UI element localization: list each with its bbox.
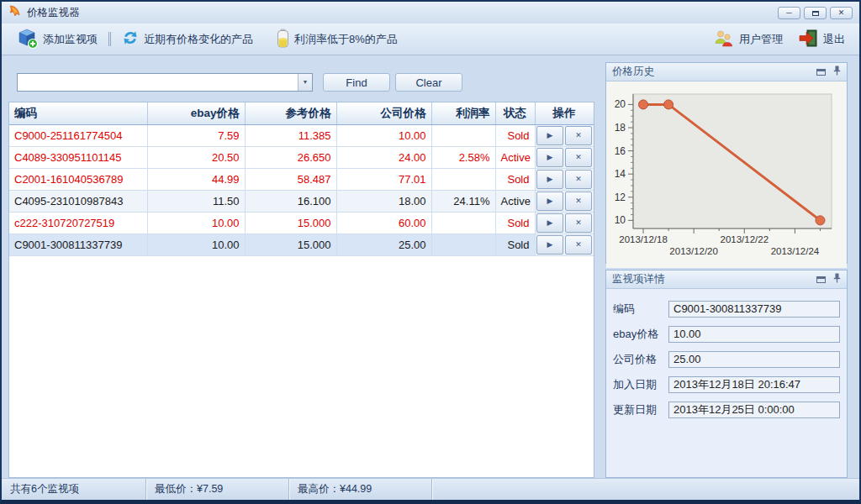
low-margin-button[interactable]: 利润率低于8%的产品 [271,27,404,52]
detail-field-label: 公司价格 [613,352,668,367]
search-input[interactable] [18,74,298,91]
search-combobox: ▼ [17,73,313,92]
cell-ref: 15.000 [245,234,336,255]
pin-icon[interactable] [833,273,841,286]
detail-field-value[interactable]: 2013年12月25日 0:00:00 [668,402,840,418]
svg-text:10: 10 [615,214,626,226]
panel-restore-icon[interactable] [816,276,826,283]
table-body: C9000-2511617745047.5911.38510.00Sold▶✕C… [9,124,594,255]
users-icon [713,29,734,50]
detail-field-value[interactable]: 25.00 [668,351,840,368]
cell-ebay: 10.00 [147,212,245,234]
monitor-details-header: 监视项详情 [606,270,847,289]
monitor-details-panel: 监视项详情 编码C9001-300811337739ebay价格10.00公司价… [605,270,848,478]
table-row[interactable]: C9000-2511617745047.5911.38510.00Sold▶✕ [9,124,594,146]
row-open-button[interactable]: ▶ [536,213,563,233]
detail-field-value[interactable]: C9001-300811337739 [668,301,840,318]
monitor-table: 编码ebay价格参考价格公司价格利润率状态操作 C9000-2511617745… [9,102,594,256]
cell-ref: 26.650 [245,146,336,168]
toolbar: 添加监视项 近期有价格变化的产品 利润率低于8%的产品 [2,24,859,55]
user-management-button[interactable]: 用户管理 [707,28,789,51]
cell-ebay: 7.59 [147,124,245,146]
row-open-button[interactable]: ▶ [536,126,563,145]
cell-ref: 11.385 [245,124,336,146]
column-header-4[interactable]: 利润率 [431,102,495,124]
row-open-button[interactable]: ▶ [536,170,563,189]
add-monitor-label: 添加监视项 [43,32,98,47]
row-open-button[interactable]: ▶ [536,148,563,167]
svg-text:18: 18 [615,122,626,134]
maximize-button[interactable] [804,7,827,19]
detail-field-value[interactable]: 10.00 [668,326,840,343]
app-icon [8,4,22,21]
find-button[interactable]: Find [323,73,390,92]
table-row[interactable]: C2001-16104053678944.9958.48777.01Sold▶✕ [9,168,594,190]
cell-operations: ▶✕ [535,212,594,234]
table-row[interactable]: c222-31072072751910.0015.00060.00Sold▶✕ [9,212,594,234]
table-row[interactable]: C4089-33095110114520.5026.65024.002.58%A… [9,146,594,168]
minimize-button[interactable]: ─ [778,7,800,19]
row-delete-button[interactable]: ✕ [565,126,592,145]
panel-restore-icon[interactable] [816,69,826,76]
column-header-2[interactable]: 参考价格 [245,102,336,124]
detail-field: 更新日期2013年12月25日 0:00:00 [613,402,840,418]
column-header-3[interactable]: 公司价格 [336,102,431,124]
cell-operations: ▶✕ [535,168,594,190]
cell-status: Sold [495,212,535,234]
cell-company: 77.01 [336,168,431,190]
main-content: ▼ Find Clear 编码ebay价格参考价格公司价格利润率状态操作 C90… [2,55,859,478]
exit-door-icon [798,29,818,50]
svg-text:16: 16 [615,145,626,157]
row-delete-button[interactable]: ✕ [565,235,592,255]
column-header-5[interactable]: 状态 [495,102,535,124]
row-delete-button[interactable]: ✕ [565,192,592,211]
add-monitor-button[interactable]: 添加监视项 [10,25,103,53]
row-open-button[interactable]: ▶ [536,192,563,211]
clear-button[interactable]: Clear [395,73,462,92]
recent-changes-button[interactable]: 近期有价格变化的产品 [116,28,259,50]
detail-field-label: 编码 [613,302,668,317]
column-header-1[interactable]: ebay价格 [147,102,245,124]
window-title: 价格监视器 [27,6,80,20]
detail-field: ebay价格10.00 [613,326,840,343]
recent-changes-label: 近期有价格变化的产品 [144,32,253,47]
titlebar: 价格监视器 ─ ✕ [2,2,859,24]
svg-text:2013/12/20: 2013/12/20 [669,246,718,256]
price-history-chart: 1012141618202013/12/182013/12/202013/12/… [606,81,847,268]
cell-status: Sold [495,168,535,190]
monitor-details-title: 监视项详情 [612,272,665,286]
row-delete-button[interactable]: ✕ [565,170,592,189]
chevron-down-icon[interactable]: ▼ [298,74,312,91]
cell-code: C9000-251161774504 [9,124,147,146]
status-spacer [432,479,859,500]
row-delete-button[interactable]: ✕ [565,213,592,233]
cell-company: 24.00 [336,146,431,168]
cell-code: c222-310720727519 [9,212,147,234]
pin-icon[interactable] [833,66,841,78]
cell-company: 10.00 [336,124,431,146]
column-header-6[interactable]: 操作 [535,102,594,124]
cell-margin [431,234,495,255]
low-margin-label: 利润率低于8%的产品 [294,32,398,47]
user-management-label: 用户管理 [739,32,783,47]
cell-operations: ▶✕ [535,146,594,168]
svg-text:12: 12 [615,192,626,203]
app-window: 价格监视器 ─ ✕ 添加监视项 [0,0,861,504]
cell-ebay: 44.99 [147,168,245,190]
close-icon: ✕ [838,8,845,17]
detail-field-value[interactable]: 2013年12月18日 20:16:47 [668,376,840,393]
svg-text:2013/12/18: 2013/12/18 [619,234,668,244]
table-row[interactable]: C4095-23101098784311.5016.10018.0024.11%… [9,190,594,212]
row-delete-button[interactable]: ✕ [565,148,592,167]
cell-ref: 16.100 [245,190,336,212]
exit-button[interactable]: 退出 [792,27,851,52]
cell-status: Active [495,190,535,212]
detail-field: 编码C9001-300811337739 [613,301,840,318]
column-header-0[interactable]: 编码 [9,102,147,124]
table-row[interactable]: C9001-30081133773910.0015.00025.00Sold▶✕ [9,234,594,255]
status-max-price: 最高价：¥44.99 [289,479,432,500]
close-button[interactable]: ✕ [830,7,853,19]
row-open-button[interactable]: ▶ [536,235,563,255]
cell-operations: ▶✕ [535,234,594,255]
cell-code: C2001-161040536789 [9,168,147,190]
